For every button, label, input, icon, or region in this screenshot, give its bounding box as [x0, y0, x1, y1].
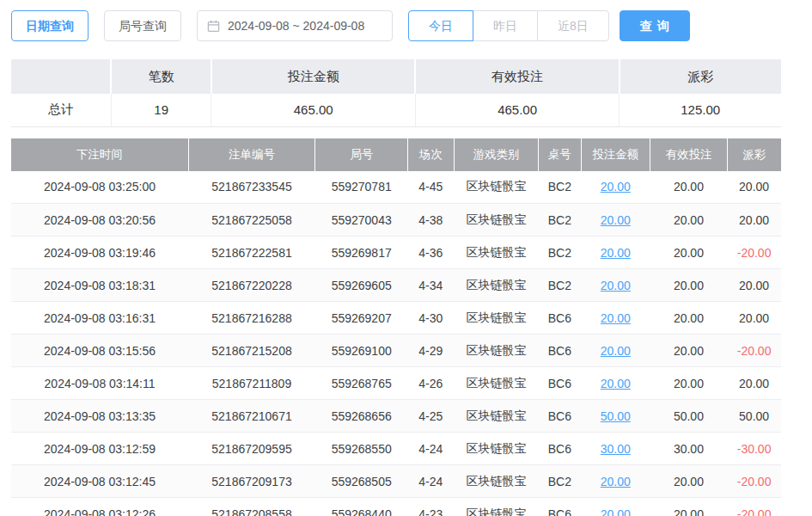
bet-amount-link[interactable]: 20.00	[601, 279, 631, 292]
bet-time-cell: 2024-09-08 03:14:11	[11, 367, 188, 400]
summary-header-payout: 派彩	[620, 59, 781, 94]
table-row: 2024-09-08 03:12:59521867209595559268550…	[11, 433, 781, 465]
payout-cell: 20.00	[727, 302, 781, 335]
round-id-cell: 559269100	[315, 335, 408, 367]
table-no-cell: BC2	[539, 171, 581, 204]
table-no-cell: BC6	[539, 302, 581, 335]
round-id-cell: 559270781	[315, 171, 408, 204]
table-no-cell: BC6	[539, 400, 581, 433]
bet-time-cell: 2024-09-08 03:19:46	[11, 236, 188, 269]
round-id-cell: 559269817	[315, 236, 408, 269]
payout-cell: 50.00	[727, 400, 781, 433]
game-type-cell: 区块链骰宝	[454, 236, 539, 269]
bet-amount-cell: 20.00	[581, 171, 650, 204]
game-type-cell: 区块链骰宝	[454, 335, 539, 367]
yesterday-button[interactable]: 昨日	[473, 10, 538, 41]
valid-bet-cell: 20.00	[650, 204, 728, 236]
bet-id-cell: 521867209595	[188, 433, 315, 465]
bet-time-cell: 2024-09-08 03:20:56	[11, 204, 188, 236]
summary-header-row: 笔数 投注金额 有效投注 派彩	[11, 59, 781, 94]
records-tbody: 2024-09-08 03:25:00521867233545559270781…	[11, 171, 781, 516]
game-type-cell: 区块链骰宝	[454, 498, 539, 516]
round-id-cell: 559268656	[315, 400, 408, 433]
table-row: 2024-09-08 03:12:45521867209173559268505…	[11, 465, 781, 498]
query-toolbar: 日期查询 局号查询 2024-09-08 ~ 2024-09-08 今日 昨日 …	[11, 10, 812, 41]
bet-amount-link[interactable]: 20.00	[601, 311, 631, 325]
round-id-cell: 559268550	[315, 433, 408, 465]
round-id-cell: 559268440	[315, 498, 408, 516]
today-button[interactable]: 今日	[408, 10, 473, 41]
round-id-cell: 559269207	[315, 302, 408, 335]
bet-amount-link[interactable]: 20.00	[601, 246, 631, 260]
bet-id-cell: 521867220228	[188, 269, 315, 302]
session-cell: 4-45	[407, 171, 454, 204]
game-type-cell: 区块链骰宝	[454, 465, 539, 498]
valid-bet-cell: 20.00	[650, 269, 728, 302]
bet-amount-cell: 20.00	[581, 269, 650, 302]
bet-amount-link[interactable]: 20.00	[601, 507, 631, 516]
valid-bet-cell: 20.00	[650, 171, 728, 204]
bet-id-cell: 521867233545	[188, 171, 315, 204]
game-type-cell: 区块链骰宝	[454, 302, 539, 335]
bet-amount-cell: 20.00	[581, 465, 650, 498]
session-cell: 4-30	[407, 302, 454, 335]
bet-amount-link[interactable]: 30.00	[601, 442, 631, 456]
payout-cell: -20.00	[727, 465, 781, 498]
payout-cell: -30.00	[727, 433, 781, 465]
session-cell: 4-34	[407, 269, 454, 302]
col-header-session: 场次	[407, 138, 454, 171]
round-query-tab-button[interactable]: 局号查询	[104, 10, 181, 41]
bet-id-cell: 521867210671	[188, 400, 315, 433]
table-row: 2024-09-08 03:16:31521867216288559269207…	[11, 302, 781, 335]
game-type-cell: 区块链骰宝	[454, 204, 539, 236]
game-type-cell: 区块链骰宝	[454, 269, 539, 302]
date-range-picker[interactable]: 2024-09-08 ~ 2024-09-08	[197, 10, 393, 41]
bet-id-cell: 521867209173	[188, 465, 315, 498]
bet-amount-link[interactable]: 20.00	[601, 344, 631, 358]
summary-total-count: 19	[111, 94, 211, 126]
valid-bet-cell: 20.00	[650, 367, 728, 400]
summary-header-count: 笔数	[111, 59, 211, 94]
session-cell: 4-25	[407, 400, 454, 433]
search-button[interactable]: 查询	[620, 10, 690, 41]
col-header-table-no: 桌号	[539, 138, 581, 171]
date-query-tab-button[interactable]: 日期查询	[11, 10, 89, 41]
bet-amount-cell: 20.00	[581, 204, 650, 236]
valid-bet-cell: 50.00	[650, 400, 728, 433]
valid-bet-cell: 20.00	[650, 465, 728, 498]
table-no-cell: BC2	[539, 269, 581, 302]
valid-bet-cell: 20.00	[650, 335, 728, 367]
table-no-cell: BC2	[539, 204, 581, 236]
valid-bet-cell: 20.00	[650, 498, 728, 516]
bet-amount-link[interactable]: 20.00	[601, 180, 631, 194]
bet-amount-cell: 20.00	[581, 367, 650, 400]
round-id-cell: 559268765	[315, 367, 408, 400]
col-header-payout: 派彩	[727, 138, 781, 171]
game-type-cell: 区块链骰宝	[454, 433, 539, 465]
bet-amount-link[interactable]: 20.00	[601, 213, 631, 227]
bet-id-cell: 521867215208	[188, 335, 315, 367]
date-range-value: 2024-09-08 ~ 2024-09-08	[228, 19, 364, 33]
bet-time-cell: 2024-09-08 03:16:31	[11, 302, 188, 335]
payout-cell: 20.00	[727, 367, 781, 400]
bet-amount-link[interactable]: 50.00	[601, 409, 631, 423]
bet-id-cell: 521867222581	[188, 236, 315, 269]
payout-cell: 20.00	[727, 269, 781, 302]
bet-amount-link[interactable]: 20.00	[601, 475, 631, 488]
col-header-bet-time: 下注时间	[11, 138, 188, 171]
summary-table: 笔数 投注金额 有效投注 派彩 总计 19 465.00 465.00 125.…	[11, 59, 781, 127]
payout-cell: 20.00	[727, 171, 781, 204]
table-row: 2024-09-08 03:25:00521867233545559270781…	[11, 171, 781, 204]
last-8-days-button[interactable]: 近8日	[537, 10, 609, 41]
summary-total-bet-amount: 465.00	[211, 94, 415, 126]
bet-amount-cell: 20.00	[581, 236, 650, 269]
bet-amount-cell: 30.00	[581, 433, 650, 465]
bet-id-cell: 521867216288	[188, 302, 315, 335]
table-row: 2024-09-08 03:19:46521867222581559269817…	[11, 236, 781, 269]
table-no-cell: BC6	[539, 335, 581, 367]
game-type-cell: 区块链骰宝	[454, 400, 539, 433]
bet-amount-link[interactable]: 20.00	[601, 377, 631, 390]
bet-time-cell: 2024-09-08 03:15:56	[11, 335, 188, 367]
table-no-cell: BC6	[539, 367, 581, 400]
bet-id-cell: 521867225058	[188, 204, 315, 236]
